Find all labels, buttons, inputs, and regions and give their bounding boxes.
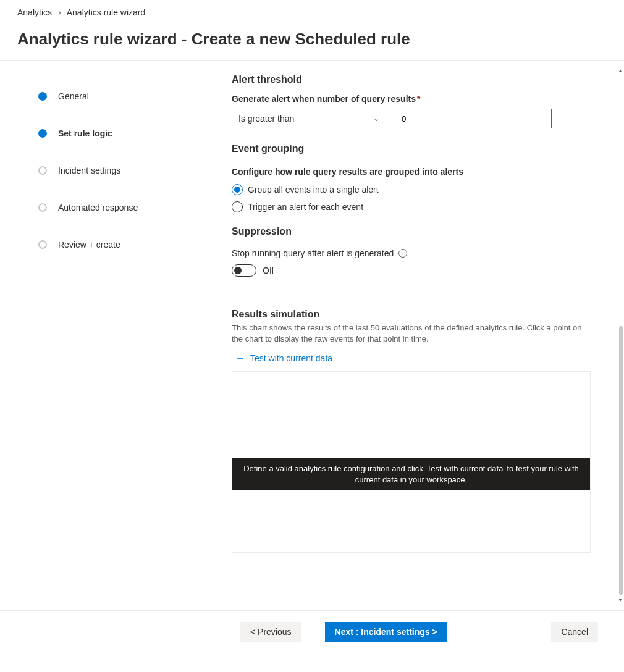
breadcrumb-root[interactable]: Analytics [17,7,52,17]
scrollbar[interactable]: ▲ ▼ [618,68,623,603]
arrow-right-icon: → [235,353,245,364]
previous-button[interactable]: < Previous [240,622,301,642]
radio-checked-icon [232,184,243,195]
step-incident-settings[interactable]: Incident settings [38,166,175,175]
wizard-footer: < Previous Next : Incident settings > Ca… [0,610,624,653]
scroll-thumb[interactable] [619,326,623,595]
simulation-banner: Define a valid analytics rule configurat… [232,458,590,490]
results-simulation-desc: This chart shows the results of the last… [232,322,591,344]
next-button[interactable]: Next : Incident settings > [325,622,447,642]
step-dot-icon [38,203,47,212]
step-automated-response[interactable]: Automated response [38,203,175,212]
step-dot-icon [38,240,47,249]
test-with-current-data-link[interactable]: → Test with current data [232,353,591,364]
suppression-label: Stop running query after alert is genera… [232,248,394,258]
radio-unchecked-icon [232,201,243,212]
results-simulation-heading: Results simulation [232,309,591,320]
threshold-label: Generate alert when number of query resu… [232,94,591,104]
scroll-up-icon[interactable]: ▲ [618,68,623,74]
alert-threshold-heading: Alert threshold [232,74,591,85]
breadcrumb: Analytics › Analytics rule wizard [17,7,607,17]
form-panel: Alert threshold Generate alert when numb… [182,61,624,610]
simulation-chart-placeholder: Define a valid analytics rule configurat… [232,371,591,553]
event-grouping-hint: Configure how rule query results are gro… [232,167,591,177]
suppression-heading: Suppression [232,226,591,237]
event-grouping-heading: Event grouping [232,143,591,154]
chevron-down-icon: ⌄ [373,114,379,123]
suppression-toggle[interactable] [232,264,256,277]
step-review-create[interactable]: Review + create [38,240,175,250]
radio-trigger-each[interactable]: Trigger an alert for each event [232,201,591,212]
step-general[interactable]: General [38,91,175,101]
threshold-value-input[interactable] [395,109,552,128]
step-set-rule-logic[interactable]: Set rule logic [38,128,175,138]
suppression-state: Off [263,266,274,275]
step-dot-icon [38,129,47,138]
radio-group-single[interactable]: Group all events into a single alert [232,184,591,195]
info-icon[interactable]: i [398,249,407,258]
breadcrumb-current: Analytics rule wizard [67,7,146,17]
cancel-button[interactable]: Cancel [551,622,598,642]
scroll-down-icon[interactable]: ▼ [618,597,623,603]
step-dot-icon [38,92,47,101]
step-dot-icon [38,166,47,175]
chevron-right-icon: › [58,7,61,17]
page-title: Analytics rule wizard - Create a new Sch… [17,30,607,49]
toggle-knob-icon [234,267,242,274]
wizard-steps: General Set rule logic Incident settings… [0,61,182,610]
threshold-operator-select[interactable]: Is greater than ⌄ [232,109,386,128]
